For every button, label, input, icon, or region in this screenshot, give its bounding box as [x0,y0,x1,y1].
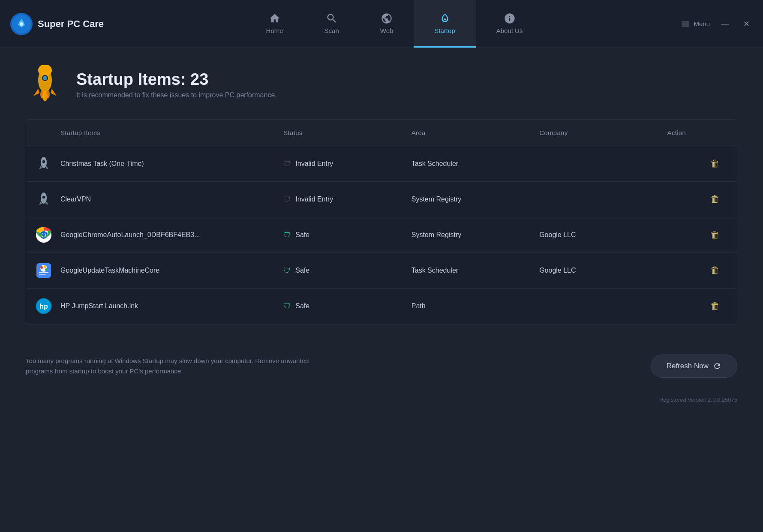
delete-button[interactable]: 🗑 [667,265,728,276]
cell-item-name: GoogleChromeAutoLaunch_0DBF6BF4EB3... [26,217,275,253]
cell-item-name: GoogleUpdateTaskMachineCore [26,253,275,289]
startup-table-wrapper: Startup Items Status Area Company Action [26,119,737,325]
cell-action: 🗑 [659,289,737,324]
status-text: Safe [295,231,309,239]
svg-point-11 [42,160,45,163]
startup-icon [439,12,451,24]
app-name: Super PC Care [38,18,104,30]
delete-button[interactable]: 🗑 [667,229,728,240]
web-icon [381,12,393,24]
item-name: GoogleChromeAutoLaunch_0DBF6BF4EB3... [60,231,200,239]
cell-item-name: Christmas Task (One-Time) [26,146,275,182]
trash-icon: 🗑 [710,229,720,240]
tab-scan-label: Scan [324,27,339,34]
nav-tabs: Home Scan Web Startup [122,0,667,48]
cell-area: System Registry [403,217,531,253]
close-button[interactable]: ✕ [740,18,753,30]
rocket-small-icon-2 [36,191,52,207]
trash-icon: 🗑 [710,301,720,312]
rocket-small-icon [36,156,52,172]
page-title: Startup Items: 23 [76,70,277,89]
cell-company [531,289,658,324]
refresh-label: Refresh Now [667,362,709,370]
shield-safe-icon: 🛡 [283,266,291,275]
cell-item-name: ClearVPN [26,182,275,217]
col-header-action: Action [659,120,737,146]
svg-point-20 [40,266,43,269]
table-row: ClearVPN 🛡 Invalid Entry System Registry [26,182,737,217]
version-bar: Registered Version 2.0.0.25075 [0,391,763,409]
tab-startup[interactable]: Startup [414,0,475,48]
cell-action: 🗑 [659,253,737,289]
table-row: GoogleChromeAutoLaunch_0DBF6BF4EB3... 🛡 … [26,217,737,253]
tab-about-label: About Us [496,27,523,34]
chrome-icon [36,227,52,243]
svg-rect-24 [39,274,46,275]
item-name: HP JumpStart Launch.lnk [60,302,138,310]
delete-button[interactable]: 🗑 [667,194,728,205]
cell-item-name: hp HP JumpStart Launch.lnk [26,289,275,324]
footer: Too many programs running at Windows Sta… [0,342,763,391]
cell-area: Path [403,289,531,324]
menu-label: Menu [694,20,710,27]
cell-company [531,146,658,182]
delete-button[interactable]: 🗑 [667,301,728,312]
table-row: GoogleUpdateTaskMachineCore 🛡 Safe Task … [26,253,737,289]
cell-company: Google LLC [531,253,658,289]
tab-web-label: Web [380,27,394,34]
tab-home-label: Home [266,27,283,34]
svg-point-22 [45,268,48,271]
version-text: Registered Version 2.0.0.25075 [659,397,737,403]
item-icon-chrome [35,226,53,244]
item-icon-christmas [35,155,53,173]
cell-area: Task Scheduler [403,146,531,182]
item-name: GoogleUpdateTaskMachineCore [60,267,159,274]
delete-button[interactable]: 🗑 [667,158,728,169]
table-row: Christmas Task (One-Time) 🛡 Invalid Entr… [26,146,737,182]
app-logo [10,13,33,35]
tab-about[interactable]: About Us [476,0,544,48]
minimize-button[interactable]: — [718,18,731,30]
cell-area: System Registry [403,182,531,217]
col-header-status: Status [275,120,403,146]
tab-scan[interactable]: Scan [304,0,360,48]
cell-action: 🗑 [659,217,737,253]
svg-rect-23 [39,272,48,273]
cell-area: Task Scheduler [403,253,531,289]
title-bar: Super PC Care Home Scan Web [0,0,763,48]
col-header-area: Area [403,120,531,146]
trash-icon: 🗑 [710,158,720,169]
svg-point-2 [20,22,23,26]
svg-point-13 [42,195,45,199]
main-content: Startup Items: 23 It is recommended to f… [0,48,763,325]
status-text: Invalid Entry [295,195,333,203]
svg-point-6 [43,76,47,80]
cell-company [531,182,658,217]
item-icon-google-update [35,261,53,280]
startup-table: Startup Items Status Area Company Action [26,120,737,324]
cell-company: Google LLC [531,217,658,253]
shield-invalid-icon: 🛡 [283,195,291,204]
svg-point-17 [42,233,45,237]
shield-invalid-icon: 🛡 [283,159,291,168]
home-icon [269,12,281,24]
footer-text: Too many programs running at Windows Sta… [26,356,326,376]
svg-point-21 [44,265,46,268]
page-title-area: Startup Items: 23 It is recommended to f… [76,70,277,99]
page-header: Startup Items: 23 It is recommended to f… [26,65,737,104]
menu-button[interactable]: Menu [681,19,710,29]
cell-status: 🛡 Invalid Entry [275,146,403,182]
refresh-icon [713,362,721,370]
cell-status: 🛡 Safe [275,253,403,289]
tab-home[interactable]: Home [246,0,304,48]
col-header-company: Company [531,120,658,146]
item-name: Christmas Task (One-Time) [60,160,144,168]
logo-area: Super PC Care [10,13,122,35]
table-scroll[interactable]: Startup Items Status Area Company Action [26,120,737,324]
svg-point-9 [45,90,50,99]
refresh-now-button[interactable]: Refresh Now [651,355,737,378]
trash-icon: 🗑 [710,194,720,205]
status-text: Safe [295,302,309,310]
tab-web[interactable]: Web [360,0,414,48]
status-text: Safe [295,267,309,274]
